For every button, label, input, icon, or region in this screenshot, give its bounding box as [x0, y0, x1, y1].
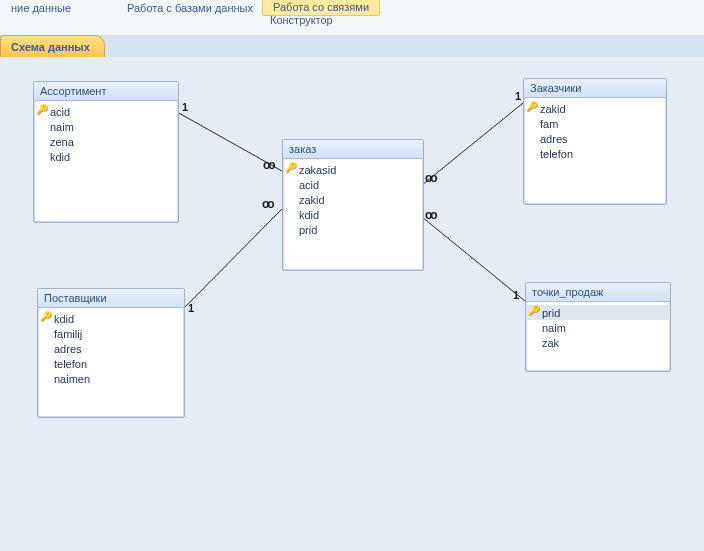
table-body: prid naim zak [526, 302, 670, 353]
field[interactable]: zena [34, 134, 178, 149]
relationship-canvas[interactable]: 1 oo 1 oo 1 oo oo 1 Ассортимент acid nai… [0, 57, 704, 551]
field[interactable]: prid [283, 222, 423, 237]
svg-line-3 [422, 217, 525, 301]
ribbon: ние данные Работа с базами данных Работа… [0, 0, 704, 36]
card-many: oo [425, 208, 436, 222]
field[interactable]: familij [38, 326, 184, 341]
tab-bar: Схема данных [0, 35, 704, 58]
tab-schema[interactable]: Схема данных [0, 35, 105, 58]
table-title[interactable]: Поставщики [38, 289, 184, 308]
card-many: oo [263, 158, 274, 172]
table-title[interactable]: заказ [283, 140, 423, 159]
table-assortment[interactable]: Ассортимент acid naim zena kdid [33, 81, 179, 223]
ribbon-cmd-designer[interactable]: Конструктор [270, 14, 333, 26]
app-window: ние данные Работа с базами данных Работа… [0, 0, 704, 551]
field[interactable]: kdid [38, 311, 184, 326]
table-sales-points[interactable]: точки_продаж prid naim zak [525, 282, 671, 372]
svg-line-1 [422, 103, 523, 185]
field[interactable]: naim [34, 119, 178, 134]
table-body: zakid fam adres telefon [524, 98, 666, 164]
table-body: zakasid acid zakid kdid prid [283, 159, 423, 240]
card-1: 1 [188, 302, 194, 314]
field[interactable]: naim [526, 320, 670, 335]
field[interactable]: kdid [283, 207, 423, 222]
field[interactable]: telefon [38, 356, 184, 371]
field[interactable]: adres [38, 341, 184, 356]
svg-line-2 [183, 209, 282, 309]
table-title[interactable]: Ассортимент [34, 82, 178, 101]
card-1: 1 [513, 289, 519, 301]
table-customers[interactable]: Заказчики zakid fam adres telefon [523, 78, 667, 205]
card-many: oo [425, 171, 436, 185]
table-title[interactable]: точки_продаж [526, 283, 670, 302]
field[interactable]: prid [526, 305, 670, 320]
field[interactable]: adres [524, 131, 666, 146]
ribbon-group-left[interactable]: ние данные [0, 0, 82, 16]
field[interactable]: zakid [283, 192, 423, 207]
card-1: 1 [182, 101, 188, 113]
field[interactable]: zakid [524, 101, 666, 116]
table-suppliers[interactable]: Поставщики kdid familij adres telefon na… [37, 288, 185, 418]
field[interactable]: zak [526, 335, 670, 350]
field[interactable]: acid [34, 104, 178, 119]
field[interactable]: naimen [38, 371, 184, 386]
table-body: kdid familij adres telefon naimen [38, 308, 184, 389]
table-body: acid naim zena kdid [34, 101, 178, 167]
ribbon-group-databases[interactable]: Работа с базами данных [116, 0, 264, 16]
field[interactable]: zakasid [283, 162, 423, 177]
table-order[interactable]: заказ zakasid acid zakid kdid prid [282, 139, 424, 271]
card-many: oo [262, 197, 273, 211]
field[interactable]: telefon [524, 146, 666, 161]
card-1: 1 [515, 90, 521, 102]
field[interactable]: acid [283, 177, 423, 192]
table-title[interactable]: Заказчики [524, 79, 666, 98]
field[interactable]: kdid [34, 149, 178, 164]
field[interactable]: fam [524, 116, 666, 131]
